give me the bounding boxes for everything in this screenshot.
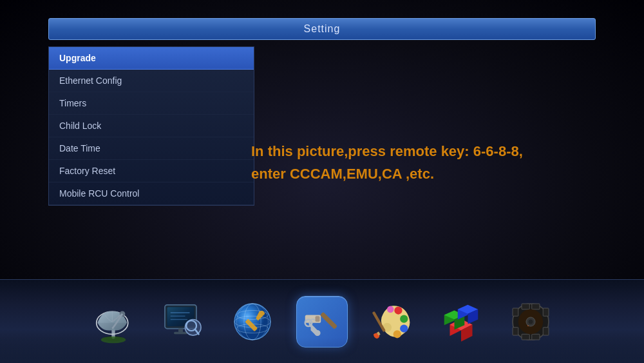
info-line2: enter CCCAM,EMU,CA ,etc.	[251, 164, 596, 184]
svg-rect-57	[532, 334, 540, 340]
cubes-icon	[439, 299, 484, 344]
svg-point-61	[529, 319, 533, 324]
svg-rect-55	[532, 304, 540, 309]
monitor-icon	[160, 299, 205, 344]
tools-icon	[299, 299, 345, 344]
menu-item-mobile-rcu-control[interactable]: Mobile RCU Control	[49, 182, 254, 205]
svg-rect-50	[513, 308, 518, 316]
dock-icon-paint[interactable]	[363, 293, 421, 351]
info-line1: In this picture,press remote key: 6-6-8-…	[251, 142, 596, 162]
menu-item-timers[interactable]: Timers	[49, 92, 254, 115]
svg-point-5	[101, 336, 126, 343]
svg-rect-53	[543, 327, 549, 335]
title-bar: Setting	[48, 18, 596, 40]
svg-rect-10	[174, 331, 187, 334]
svg-point-34	[400, 324, 408, 332]
svg-rect-27	[320, 311, 337, 329]
svg-point-32	[394, 306, 402, 314]
network-icon	[230, 299, 275, 344]
dock-bar: ♪	[0, 279, 644, 363]
menu-item-child-lock[interactable]: Child Lock	[49, 115, 254, 137]
menu-item-ethernet-config[interactable]: Ethernet Config	[49, 70, 254, 92]
menu-item-upgrade[interactable]: Upgrade	[49, 47, 254, 70]
paint-icon	[369, 299, 414, 344]
svg-rect-26	[316, 316, 320, 322]
svg-point-35	[393, 330, 401, 338]
menu-panel: UpgradeEthernet ConfigTimersChild LockDa…	[48, 46, 254, 206]
satellite-icon	[91, 299, 136, 344]
svg-point-33	[400, 315, 408, 322]
page-title: Setting	[304, 23, 341, 34]
menu-item-factory-reset[interactable]: Factory Reset	[49, 160, 254, 182]
dock-icon-monitor[interactable]	[154, 293, 212, 351]
svg-rect-51	[513, 327, 518, 335]
svg-rect-56	[522, 334, 529, 340]
svg-rect-54	[522, 304, 529, 309]
dock-icon-satellite[interactable]	[84, 293, 142, 351]
media-icon: ♪	[508, 299, 553, 344]
dock-icon-network[interactable]	[223, 293, 281, 351]
menu-item-date-time[interactable]: Date Time	[49, 137, 254, 160]
dock-icon-media[interactable]: ♪	[502, 293, 560, 351]
dock-icon-tools[interactable]	[293, 293, 351, 351]
info-text-area: In this picture,press remote key: 6-6-8-…	[251, 142, 596, 184]
svg-point-36	[387, 306, 394, 313]
svg-rect-52	[543, 308, 549, 316]
dock-icon-cubes[interactable]	[432, 293, 490, 351]
